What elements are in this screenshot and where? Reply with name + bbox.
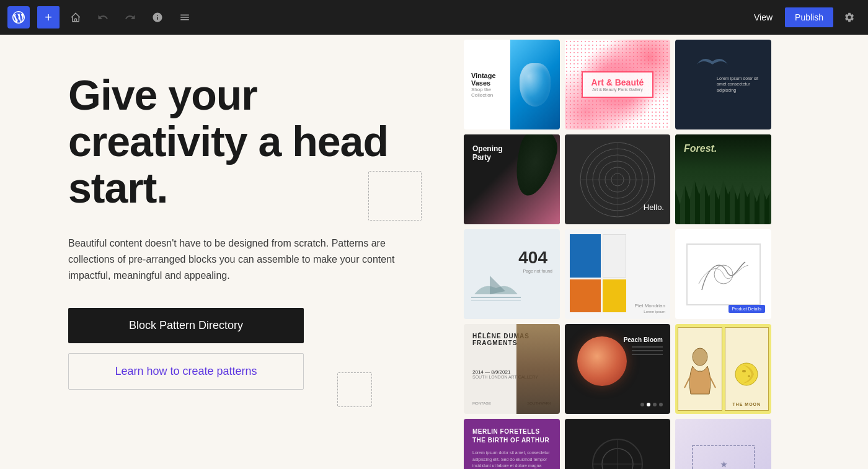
- vintage-image: [510, 40, 560, 129]
- learn-patterns-button[interactable]: Learn how to create patterns: [68, 353, 304, 390]
- svg-point-16: [748, 375, 750, 377]
- merlin-title: MERLIN FORETELLSTHE BIRTH OF ARTHUR: [472, 427, 551, 445]
- peach-dot-4: [659, 403, 663, 406]
- pattern-card-bird[interactable]: Lorem ipsum dolor sit amet consectetur a…: [675, 40, 771, 129]
- dashed-placeholder-small: [337, 372, 372, 407]
- vintage-title: VintageVases: [471, 72, 503, 87]
- sketch-svg: [696, 253, 751, 296]
- page-description: Beautiful content doesn't have to be des…: [68, 235, 415, 283]
- pattern-card-merlin[interactable]: MERLIN FORETELLSTHE BIRTH OF ARTHUR Lore…: [464, 419, 560, 469]
- left-panel: Give your creativity a head start. Beaut…: [0, 35, 459, 469]
- mondrian-blue: [570, 234, 601, 278]
- abstract-svg: [574, 421, 661, 470]
- pattern-card-tarot[interactable]: THE MOON: [675, 324, 771, 414]
- tarot-moon-svg: [728, 359, 765, 402]
- pattern-card-forest[interactable]: Forest.: [675, 134, 771, 224]
- tarot-label: THE MOON: [732, 402, 761, 406]
- bird-svg: [694, 52, 731, 71]
- pattern-card-art-beaute[interactable]: Art & Beauté Art & Beauty Paris Gallery: [565, 40, 670, 129]
- pattern-card-helena[interactable]: HÉLÈNE DUMASFRAGMENTS 2014 — 8/9/2021 SO…: [464, 324, 560, 414]
- 404-number: 404: [518, 248, 547, 268]
- pattern-card-mondrian[interactable]: Piet MondrianLorem ipsum: [565, 229, 670, 319]
- mondrian-grid: [570, 234, 626, 312]
- pattern-card-spiral[interactable]: Hello.: [565, 134, 670, 224]
- art-beaute-box: Art & Beauté Art & Beauty Paris Gallery: [582, 71, 654, 98]
- opening-sub: RSVP: [472, 154, 486, 160]
- topbar: + View Publish: [0, 0, 868, 35]
- peach-lines: [632, 346, 663, 355]
- helena-image: [516, 324, 560, 414]
- wordpress-logo[interactable]: [7, 6, 30, 28]
- block-pattern-directory-button[interactable]: Block Pattern Directory: [68, 308, 304, 343]
- art-beaute-sub: Art & Beauty Paris Gallery: [591, 87, 644, 92]
- peach-title: Peach Bloom: [624, 336, 663, 343]
- hello-text: Hello.: [644, 203, 664, 212]
- peach-dot-2: [647, 403, 650, 406]
- peach-dot-3: [653, 403, 657, 406]
- svg-point-11: [693, 348, 707, 366]
- merlin-body: Lorem ipsum dolor sit amet, consectetur …: [472, 450, 551, 469]
- pattern-card-gradient[interactable]: ★: [675, 419, 771, 469]
- mondrian-text: Piet MondrianLorem ipsum: [635, 303, 665, 314]
- settings-button[interactable]: [838, 6, 861, 28]
- peach-dots: [640, 403, 663, 406]
- redo-button[interactable]: [119, 6, 141, 28]
- svg-point-15: [742, 370, 746, 372]
- vintage-sub: Shop the Collection: [471, 87, 503, 98]
- sketch-frame: [686, 243, 761, 305]
- peach-circle: [577, 336, 627, 386]
- pattern-card-peach-bloom[interactable]: Peach Bloom: [565, 324, 670, 414]
- mondrian-yellow: [603, 279, 626, 312]
- main-content: Give your creativity a head start. Beaut…: [0, 35, 868, 469]
- pattern-card-vintage-vases[interactable]: VintageVases Shop the Collection: [464, 40, 560, 129]
- sketch-button[interactable]: Product Details: [728, 305, 765, 313]
- publish-button[interactable]: Publish: [785, 7, 833, 27]
- ship-svg: [471, 270, 521, 307]
- stamp-svg: ★: [686, 439, 761, 470]
- view-button[interactable]: View: [746, 9, 780, 26]
- tarot-left-card: [678, 327, 722, 411]
- bird-text: Lorem ipsum dolor sit amet consectetur a…: [717, 76, 766, 94]
- undo-button[interactable]: [92, 6, 114, 28]
- mondrian-white-top: [603, 234, 626, 278]
- forest-title: Forest.: [684, 143, 717, 154]
- tarot-right-card: THE MOON: [725, 327, 769, 411]
- pattern-card-404[interactable]: 404 Page not found: [464, 229, 560, 319]
- pattern-gallery: VintageVases Shop the Collection Art & B…: [459, 35, 868, 469]
- tarot-figure-svg: [681, 341, 719, 397]
- add-block-button[interactable]: +: [37, 6, 60, 28]
- pattern-card-opening-party[interactable]: OpeningParty RSVP: [464, 134, 560, 224]
- pattern-card-abstract[interactable]: [565, 419, 670, 469]
- tools-button[interactable]: [64, 6, 87, 28]
- dashed-placeholder-large: [368, 171, 422, 221]
- mondrian-orange: [570, 279, 601, 312]
- art-beaute-title: Art & Beauté: [591, 77, 644, 87]
- details-button[interactable]: [146, 6, 169, 28]
- svg-text:★: ★: [720, 460, 727, 469]
- pattern-card-sketch[interactable]: Product Details: [675, 229, 771, 319]
- list-view-button[interactable]: [174, 6, 196, 28]
- 404-sub: Page not found: [523, 269, 553, 273]
- peach-dot-1: [640, 403, 644, 406]
